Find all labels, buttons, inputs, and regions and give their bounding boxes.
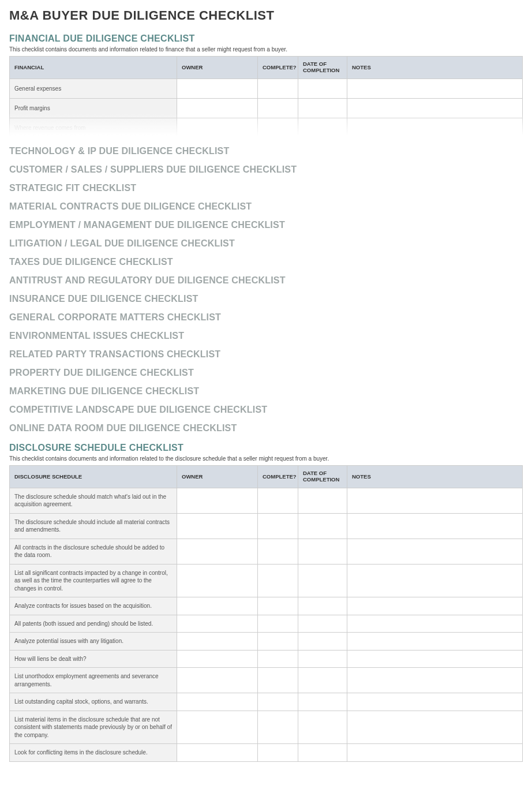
cell-complete[interactable]: [258, 564, 298, 597]
collapsed-section-title: LITIGATION / LEGAL DUE DILIGENCE CHECKLI…: [9, 238, 523, 249]
cell-notes[interactable]: [347, 668, 523, 693]
table-row: List material items in the disclosure sc…: [10, 711, 523, 744]
cell-notes[interactable]: [347, 118, 523, 137]
cell-complete[interactable]: [258, 118, 298, 137]
cell-item: List material items in the disclosure sc…: [10, 711, 177, 744]
cell-date[interactable]: [298, 488, 347, 513]
cell-owner[interactable]: [177, 488, 258, 513]
cell-complete[interactable]: [258, 744, 298, 762]
cell-date[interactable]: [298, 98, 347, 118]
cell-date[interactable]: [298, 711, 347, 744]
col-notes: NOTES: [347, 465, 523, 488]
col-complete: COMPLETE?: [258, 465, 298, 488]
table-row: Analyze potential issues with any litiga…: [10, 633, 523, 651]
cell-item: The disclosure schedule should include a…: [10, 513, 177, 539]
cell-item: Analyze potential issues with any litiga…: [10, 633, 177, 651]
cell-complete[interactable]: [258, 650, 298, 668]
cell-complete[interactable]: [258, 633, 298, 651]
cell-date[interactable]: [298, 118, 347, 137]
cell-complete[interactable]: [258, 539, 298, 564]
cell-date[interactable]: [298, 78, 347, 98]
cell-notes[interactable]: [347, 564, 523, 597]
cell-date[interactable]: [298, 539, 347, 564]
section-desc-financial: This checklist contains documents and in…: [9, 46, 523, 53]
cell-notes[interactable]: [347, 98, 523, 118]
cell-complete[interactable]: [258, 78, 298, 98]
cell-owner[interactable]: [177, 513, 258, 539]
cell-complete[interactable]: [258, 513, 298, 539]
collapsed-section-title: INSURANCE DUE DILIGENCE CHECKLIST: [9, 294, 523, 304]
cell-owner[interactable]: [177, 744, 258, 762]
cell-date[interactable]: [298, 615, 347, 633]
cell-date[interactable]: [298, 513, 347, 539]
cell-notes[interactable]: [347, 513, 523, 539]
cell-item: List outstanding capital stock, options,…: [10, 693, 177, 711]
cell-complete[interactable]: [258, 693, 298, 711]
col-item: DISCLOSURE SCHEDULE: [10, 465, 177, 488]
cell-owner[interactable]: [177, 693, 258, 711]
col-notes: NOTES: [347, 57, 523, 79]
cell-item: General expenses: [10, 78, 177, 98]
col-date: DATE OF COMPLETION: [298, 465, 347, 488]
cell-item: List unorthodox employment agreements an…: [10, 668, 177, 693]
section-desc-disclosure: This checklist contains documents and in…: [9, 455, 523, 462]
cell-date[interactable]: [298, 744, 347, 762]
col-item: FINANCIAL: [10, 57, 177, 79]
cell-owner[interactable]: [177, 98, 258, 118]
collapsed-section-title: MARKETING DUE DILIGENCE CHECKLIST: [9, 386, 523, 397]
table-row: All contracts in the disclosure schedule…: [10, 539, 523, 564]
collapsed-section-title: CUSTOMER / SALES / SUPPLIERS DUE DILIGEN…: [9, 165, 523, 175]
table-row: How will liens be dealt with?: [10, 650, 523, 668]
cell-item: Where revenue comes from: [10, 118, 177, 137]
page-title: M&A BUYER DUE DILIGENCE CHECKLIST: [9, 8, 523, 23]
cell-owner[interactable]: [177, 650, 258, 668]
cell-notes[interactable]: [347, 488, 523, 513]
cell-notes[interactable]: [347, 693, 523, 711]
cell-owner[interactable]: [177, 633, 258, 651]
cell-complete[interactable]: [258, 711, 298, 744]
cell-item: Look for conflicting items in the disclo…: [10, 744, 177, 762]
cell-owner[interactable]: [177, 539, 258, 564]
cell-date[interactable]: [298, 668, 347, 693]
cell-date[interactable]: [298, 564, 347, 597]
cell-owner[interactable]: [177, 615, 258, 633]
cell-complete[interactable]: [258, 597, 298, 615]
cell-item: All contracts in the disclosure schedule…: [10, 539, 177, 564]
cell-owner[interactable]: [177, 597, 258, 615]
cell-owner[interactable]: [177, 564, 258, 597]
cell-notes[interactable]: [347, 744, 523, 762]
table-row: All patents (both issued and pending) sh…: [10, 615, 523, 633]
cell-complete[interactable]: [258, 615, 298, 633]
cell-notes[interactable]: [347, 650, 523, 668]
table-row: List unorthodox employment agreements an…: [10, 668, 523, 693]
cell-date[interactable]: [298, 650, 347, 668]
col-date: DATE OF COMPLETION: [298, 57, 347, 79]
cell-notes[interactable]: [347, 597, 523, 615]
col-owner: OWNER: [177, 465, 258, 488]
cell-notes[interactable]: [347, 615, 523, 633]
cell-complete[interactable]: [258, 488, 298, 513]
cell-date[interactable]: [298, 633, 347, 651]
cell-item: The disclosure schedule should match wha…: [10, 488, 177, 513]
cell-notes[interactable]: [347, 539, 523, 564]
collapsed-section-title: ANTITRUST AND REGULATORY DUE DILIGENCE C…: [9, 275, 523, 286]
section-title-financial: FINANCIAL DUE DILIGENCE CHECKLIST: [9, 33, 523, 44]
collapsed-section-title: ONLINE DATA ROOM DUE DILIGENCE CHECKLIST: [9, 423, 523, 433]
cell-date[interactable]: [298, 693, 347, 711]
cell-complete[interactable]: [258, 668, 298, 693]
cell-notes[interactable]: [347, 633, 523, 651]
collapsed-section-title: STRATEGIC FIT CHECKLIST: [9, 183, 523, 193]
cell-owner[interactable]: [177, 78, 258, 98]
cell-notes[interactable]: [347, 711, 523, 744]
cell-owner[interactable]: [177, 118, 258, 137]
cell-complete[interactable]: [258, 98, 298, 118]
collapsed-section-title: TAXES DUE DILIGENCE CHECKLIST: [9, 257, 523, 267]
table-header-row: DISCLOSURE SCHEDULE OWNER COMPLETE? DATE…: [10, 465, 523, 488]
table-header-row: FINANCIAL OWNER COMPLETE? DATE OF COMPLE…: [10, 57, 523, 79]
cell-notes[interactable]: [347, 78, 523, 98]
cell-owner[interactable]: [177, 711, 258, 744]
cell-date[interactable]: [298, 597, 347, 615]
collapsed-section-title: RELATED PARTY TRANSACTIONS CHECKLIST: [9, 349, 523, 360]
table-row: Analyze contracts for issues based on th…: [10, 597, 523, 615]
cell-owner[interactable]: [177, 668, 258, 693]
